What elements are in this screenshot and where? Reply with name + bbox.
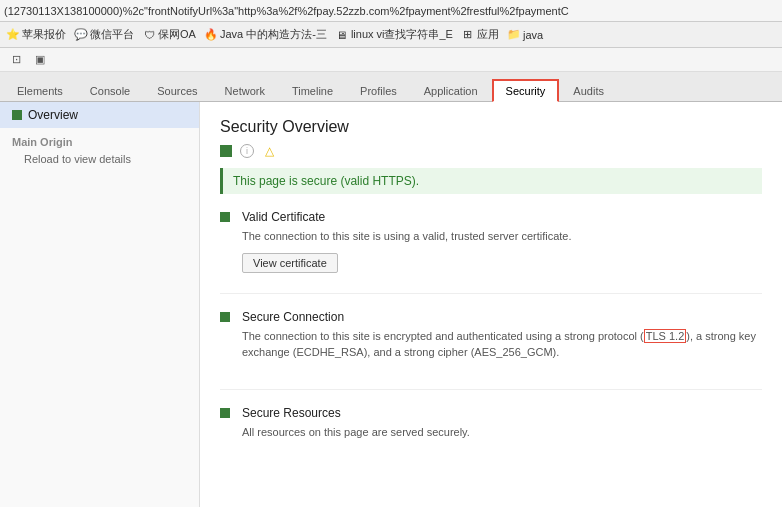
secure-conn-content: Secure Connection The connection to this…: [242, 310, 762, 369]
green-square-icon: [12, 110, 22, 120]
devtools-toolbar: ⊡ ▣: [0, 48, 782, 72]
bookmark-label: 保网OA: [158, 27, 196, 42]
bookmark-linux[interactable]: 🖥 linux vi查找字符串_E: [335, 27, 453, 42]
valid-cert-content: Valid Certificate The connection to this…: [242, 210, 762, 273]
sidebar-item-overview[interactable]: Overview: [0, 102, 199, 128]
secure-conn-icon: [220, 312, 230, 322]
bookmark-label: 微信平台: [90, 27, 134, 42]
valid-cert-icon: [220, 212, 230, 222]
bookmark-apple[interactable]: ⭐ 苹果报价: [6, 27, 66, 42]
bookmark-apps[interactable]: ⊞ 应用: [461, 27, 499, 42]
secure-res-desc: All resources on this page are served se…: [242, 424, 762, 441]
status-icons-row: i △: [220, 144, 762, 158]
section-valid-certificate: Valid Certificate The connection to this…: [220, 210, 762, 273]
tab-security[interactable]: Security: [492, 79, 560, 102]
secure-banner-text: This page is secure (valid HTTPS).: [233, 174, 419, 188]
url-bar: (12730113X138100000)%2c"frontNotifyUrl%3…: [0, 0, 782, 22]
sidebar-reload[interactable]: Reload to view details: [0, 150, 199, 168]
page-title: Security Overview: [220, 118, 762, 136]
secure-banner: This page is secure (valid HTTPS).: [220, 168, 762, 194]
chat-icon: 💬: [74, 28, 88, 42]
sidebar-item-label: Overview: [28, 108, 78, 122]
valid-cert-heading: Valid Certificate: [242, 210, 762, 224]
tab-profiles[interactable]: Profiles: [347, 80, 410, 101]
tls-highlight: TLS 1.2: [644, 329, 687, 343]
bookmark-java[interactable]: 🔥 Java 中的构造方法-三: [204, 27, 327, 42]
bookmarks-bar: ⭐ 苹果报价 💬 微信平台 🛡 保网OA 🔥 Java 中的构造方法-三 🖥 l…: [0, 22, 782, 48]
bookmark-java2[interactable]: 📁 java: [507, 28, 543, 42]
section-secure-connection: Secure Connection The connection to this…: [220, 310, 762, 369]
tab-network[interactable]: Network: [212, 80, 278, 101]
cursor-icon[interactable]: ⊡: [8, 52, 24, 68]
terminal-icon: 🖥: [335, 28, 349, 42]
folder-icon: 📁: [507, 28, 521, 42]
bookmark-label: java: [523, 29, 543, 41]
bookmark-label: linux vi查找字符串_E: [351, 27, 453, 42]
devtools-body: Overview Main Origin Reload to view deta…: [0, 102, 782, 507]
secure-res-heading: Secure Resources: [242, 406, 762, 420]
fire-icon: 🔥: [204, 28, 218, 42]
secure-conn-heading: Secure Connection: [242, 310, 762, 324]
divider-1: [220, 293, 762, 294]
devtools-tabs: Elements Console Sources Network Timelin…: [0, 72, 782, 102]
section-secure-resources: Secure Resources All resources on this p…: [220, 406, 762, 449]
url-text: (12730113X138100000)%2c"frontNotifyUrl%3…: [4, 5, 569, 17]
tab-sources[interactable]: Sources: [144, 80, 210, 101]
status-warn-icon: △: [262, 144, 276, 158]
secure-res-icon: [220, 408, 230, 418]
bookmark-icon: ⭐: [6, 28, 20, 42]
shield-icon: 🛡: [142, 28, 156, 42]
tab-elements[interactable]: Elements: [4, 80, 76, 101]
tab-audits[interactable]: Audits: [560, 80, 617, 101]
grid-icon: ⊞: [461, 28, 475, 42]
view-certificate-button[interactable]: View certificate: [242, 253, 338, 273]
bookmark-label: 苹果报价: [22, 27, 66, 42]
tab-application[interactable]: Application: [411, 80, 491, 101]
status-green-icon: [220, 145, 232, 157]
bookmark-label: 应用: [477, 27, 499, 42]
bookmark-label: Java 中的构造方法-三: [220, 27, 327, 42]
sidebar-section-main-origin: Main Origin: [0, 128, 199, 150]
bookmark-wechat[interactable]: 💬 微信平台: [74, 27, 134, 42]
tab-timeline[interactable]: Timeline: [279, 80, 346, 101]
secure-conn-desc: The connection to this site is encrypted…: [242, 328, 762, 361]
valid-cert-desc: The connection to this site is using a v…: [242, 228, 762, 245]
main-content: Security Overview i △ This page is secur…: [200, 102, 782, 507]
status-info-icon: i: [240, 144, 254, 158]
secure-conn-desc-before: The connection to this site is encrypted…: [242, 330, 644, 342]
bookmark-oa[interactable]: 🛡 保网OA: [142, 27, 196, 42]
box-icon[interactable]: ▣: [32, 52, 48, 68]
divider-2: [220, 389, 762, 390]
tab-console[interactable]: Console: [77, 80, 143, 101]
sidebar: Overview Main Origin Reload to view deta…: [0, 102, 200, 507]
secure-res-content: Secure Resources All resources on this p…: [242, 406, 762, 449]
